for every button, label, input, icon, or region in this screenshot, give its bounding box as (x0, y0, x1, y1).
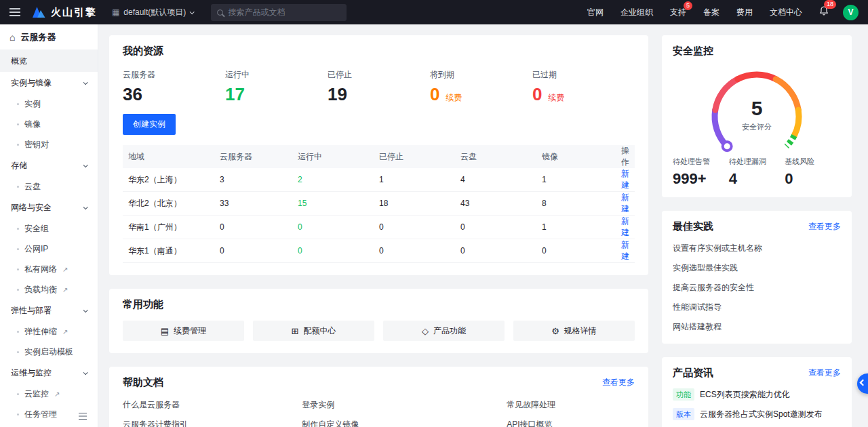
bullet-icon (17, 331, 19, 333)
create-new-link[interactable]: 新建 (621, 192, 629, 214)
nav-billing[interactable]: 费用 (736, 7, 753, 18)
sidebar-collapse-button[interactable] (75, 409, 91, 424)
help-doc-link[interactable]: 常见故障处理 (507, 399, 635, 411)
stat-value: 0 (430, 85, 439, 103)
create-instance-button[interactable]: 创建实例 (123, 114, 176, 135)
product-news-more-link[interactable]: 查看更多 (808, 367, 841, 379)
sidebar-group-storage[interactable]: 存储 (0, 155, 98, 176)
my-resources-title: 我的资源 (123, 45, 635, 58)
sidebar-item-keypairs[interactable]: 密钥对 (0, 134, 98, 155)
sidebar-item-launch-templates[interactable]: 实例启动模板 (0, 342, 98, 362)
sidebar-group-instances-images[interactable]: 实例与镜像 (0, 72, 98, 94)
nav-enterprise-org[interactable]: 企业组织 (620, 7, 653, 18)
product-news-list: 功能 ECS列表页搜索能力优化 版本 云服务器抢占式实例Spot邀测发布 功能 … (673, 388, 841, 427)
cell-region: 华北2（北京） (123, 192, 214, 216)
sidebar-item-overview[interactable]: 概览 (0, 50, 98, 72)
news-item[interactable]: 版本 云服务器抢占式实例Spot邀测发布 (673, 408, 841, 420)
hamburger-menu-icon[interactable] (9, 8, 20, 16)
sidebar-product-header: ⌂ 云服务器 (0, 24, 98, 50)
create-new-link[interactable]: 新建 (621, 169, 629, 190)
project-selector[interactable]: ▦ default(默认项目) (112, 7, 193, 18)
sidebar-item-images[interactable]: 镜像 (0, 114, 98, 134)
chevron-down-icon (83, 163, 88, 167)
renew-link[interactable]: 续费 (548, 92, 564, 104)
help-doc-link[interactable]: API接口概览 (507, 419, 635, 427)
sidebar-group-elastic-deploy[interactable]: 弹性与部署 (0, 300, 98, 321)
stat-ecs-total: 云服务器 36 (123, 69, 225, 104)
cell-stopped: 18 (374, 192, 455, 216)
sidebar-group-ops-monitor[interactable]: 运维与监控 (0, 362, 98, 384)
create-new-link[interactable]: 新建 (621, 240, 629, 261)
sidebar-item-instances[interactable]: 实例 (0, 94, 98, 114)
best-practice-link[interactable]: 实例选型最佳实践 (673, 262, 841, 274)
security-score-label: 安全评分 (673, 122, 841, 132)
cell-ecs: 3 (214, 168, 292, 192)
search-icon (217, 9, 223, 16)
sidebar-item-auto-scaling[interactable]: 弹性伸缩 ↗ (0, 321, 98, 342)
help-doc-link[interactable]: 登录实例 (302, 399, 507, 411)
main-left-column: 我的资源 云服务器 36 运行中 17 已停止 19 将到期 0 (109, 35, 648, 427)
product-features-button[interactable]: ◇ 产品功能 (383, 321, 505, 341)
sidebar-item-load-balancer[interactable]: 负载均衡 ↗ (0, 279, 98, 300)
sidebar-item-cloud-monitor[interactable]: 云监控 ↗ (0, 384, 98, 404)
cell-stopped: 0 (374, 239, 455, 263)
sidebar-group-network-security[interactable]: 网络与安全 (0, 197, 98, 218)
sidebar-item-vpc[interactable]: 私有网络 ↗ (0, 259, 98, 279)
avatar[interactable]: V (843, 5, 859, 20)
renewal-management-button[interactable]: ▤ 续费管理 (123, 321, 244, 341)
sidebar-item-disks[interactable]: 云盘 (0, 176, 98, 197)
table-row: 华南1（广州） 0 0 0 0 1 新建 (123, 216, 635, 239)
help-docs-more-link[interactable]: 查看更多 (602, 377, 635, 388)
quick-button-label: 续费管理 (174, 325, 206, 337)
nav-beian[interactable]: 备案 (703, 7, 719, 18)
project-selector-label: default(默认项目) (123, 7, 186, 18)
cell-disks: 4 (455, 168, 536, 192)
sidebar-item-label: 私有网络 (24, 264, 57, 275)
help-doc-link[interactable]: 制作自定义镜像 (302, 419, 507, 427)
chevron-down-icon (83, 370, 88, 375)
news-text: ECS列表页搜索能力优化 (700, 389, 790, 401)
create-new-link[interactable]: 新建 (621, 216, 629, 237)
sidebar-item-label: 镜像 (24, 119, 41, 130)
nav-docs-center[interactable]: 文档中心 (770, 7, 802, 18)
region-resources-table: 地域 云服务器 运行中 已停止 云盘 镜像 操作 华东2（上海） 3 2 1 (123, 145, 635, 263)
spec-details-button[interactable]: ⚙ 规格详情 (513, 321, 635, 341)
cell-images: 1 (536, 216, 616, 239)
sidebar-group-label: 运维与监控 (11, 367, 52, 379)
sidebar-item-public-ip[interactable]: 公网IP (0, 239, 98, 259)
sidebar-item-event-monitor[interactable]: 事件监控 (0, 424, 98, 427)
best-practice-link[interactable]: 网站搭建教程 (673, 321, 841, 333)
stat-label: 基线风险 (785, 157, 841, 167)
help-doc-link[interactable]: 什么是云服务器 (123, 399, 302, 411)
help-doc-link[interactable]: 云服务器计费指引 (123, 419, 302, 427)
col-stopped: 已停止 (374, 145, 455, 168)
news-item[interactable]: 功能 ECS列表页搜索能力优化 (673, 388, 841, 401)
cell-disks: 0 (455, 239, 536, 263)
sidebar-item-label: 负载均衡 (24, 284, 57, 296)
bullet-icon (17, 228, 19, 230)
nav-support[interactable]: 支持 5 (670, 7, 686, 18)
stat-value: 36 (123, 85, 142, 103)
notifications-button[interactable]: 18 (818, 5, 829, 19)
best-practices-list: 设置有序实例或主机名称 实例选型最佳实践 提高云服务器的安全性 性能调试指导 网… (673, 243, 841, 333)
bullet-icon (17, 103, 19, 105)
security-score-value: 5 (673, 98, 841, 119)
sidebar-group-label: 存储 (11, 160, 27, 171)
renew-link[interactable]: 续费 (446, 92, 462, 104)
cell-ecs: 33 (214, 192, 292, 216)
best-practice-link[interactable]: 提高云服务器的安全性 (673, 282, 841, 293)
search-input[interactable] (228, 7, 340, 17)
best-practice-link[interactable]: 性能调试指导 (673, 302, 841, 313)
stat-pending-alerts: 待处理告警 999+ (673, 157, 729, 188)
stat-label: 待处理漏洞 (729, 157, 785, 167)
nav-official-site[interactable]: 官网 (587, 7, 604, 18)
bullet-icon (17, 393, 19, 395)
table-header-row: 地域 云服务器 运行中 已停止 云盘 镜像 操作 (123, 145, 635, 168)
best-practice-link[interactable]: 设置有序实例或主机名称 (673, 243, 841, 254)
brand-logo[interactable]: 火山引擎 (31, 6, 97, 19)
global-search[interactable] (211, 4, 347, 21)
product-news-title: 产品资讯 (673, 367, 713, 380)
best-practices-more-link[interactable]: 查看更多 (808, 221, 841, 232)
quota-center-button[interactable]: ⊞ 配额中心 (253, 321, 374, 341)
sidebar-item-security-groups[interactable]: 安全组 (0, 218, 98, 239)
